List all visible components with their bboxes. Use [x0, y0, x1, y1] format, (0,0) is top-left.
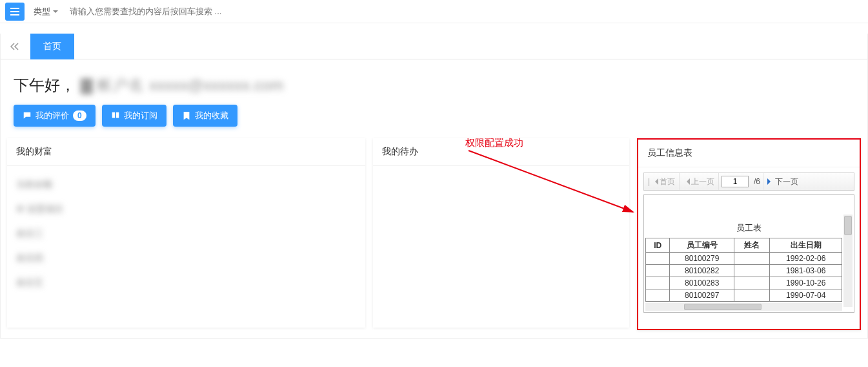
table-cell: 1990-07-04 [770, 289, 842, 302]
type-dropdown[interactable]: 类型 [34, 6, 58, 17]
pager-page-input[interactable] [722, 176, 749, 187]
table-cell [645, 277, 669, 289]
triangle-left-icon [683, 178, 690, 185]
table-cell: 80100282 [670, 265, 734, 277]
first-icon [648, 177, 651, 186]
table-cell [734, 265, 769, 277]
table-row: 801002831990-10-26 [645, 277, 842, 289]
menu-toggle-button[interactable] [5, 3, 25, 21]
wealth-row: ⚙ 设置项目 [16, 197, 356, 222]
my-favorite-button[interactable]: 我的收藏 [173, 105, 237, 127]
table-header-cell: ID [645, 238, 669, 253]
greeting-account-label: 帐户名 [97, 75, 144, 96]
collapse-tabs-button[interactable] [6, 37, 24, 56]
pager-first-button[interactable]: 首页 [644, 173, 680, 190]
caret-down-icon [53, 10, 58, 16]
table-cell: 1992-02-06 [770, 253, 842, 265]
wealth-row: 条目四 [16, 246, 356, 271]
panel-todo: 我的待办 [373, 138, 629, 328]
pager-first-label: 首页 [660, 176, 675, 187]
panel-todo-title: 我的待办 [373, 138, 629, 166]
tab-home-label: 首页 [43, 41, 61, 52]
table-cell [645, 265, 669, 277]
table-header-cell: 姓名 [734, 238, 769, 253]
my-subscribe-button[interactable]: 我的订阅 [102, 105, 167, 127]
pager-next-label: 下一页 [775, 176, 798, 187]
employee-table-title: 员工表 [644, 199, 854, 238]
table-cell [645, 253, 669, 265]
table-cell: 80100279 [670, 253, 734, 265]
type-dropdown-label: 类型 [34, 6, 50, 17]
table-header-cell: 员工编号 [670, 238, 734, 253]
greeting: 下午好， ▇ 帐户名 xxxxx@xxxxxx.com [1, 68, 867, 100]
pager-prev-label: 上一页 [691, 176, 714, 187]
triangle-right-icon [767, 178, 774, 185]
horizontal-scrollbar[interactable] [645, 303, 842, 311]
pager-next-button[interactable]: 下一页 [763, 173, 802, 190]
table-row: 801002791992-02-06 [645, 253, 842, 265]
table-cell [734, 289, 769, 302]
table-cell: 1981-03-06 [770, 265, 842, 277]
panel-wealth: 我的财富 当前余额⚙ 设置项目条目三条目四条目五 [7, 138, 365, 328]
table-cell: 80100283 [670, 277, 734, 289]
search-input[interactable] [68, 6, 391, 17]
wealth-row: 条目三 [16, 222, 356, 246]
my-subscribe-label: 我的订阅 [124, 110, 157, 121]
table-cell: 1990-10-26 [770, 277, 842, 289]
table-cell [734, 277, 769, 289]
tab-home[interactable]: 首页 [30, 34, 74, 59]
bookmark-icon [182, 111, 191, 120]
wealth-row: 当前余额 [16, 173, 356, 197]
employee-table: ID员工编号姓名出生日期 801002791992-02-06801002821… [645, 238, 842, 302]
wealth-row: 条目五 [16, 271, 356, 295]
book-icon [111, 111, 120, 120]
greeting-masked: xxxxx@xxxxxx.com [149, 76, 283, 94]
panel-employee: 员工信息表 首页 上一页 /6 [637, 138, 861, 330]
my-review-label: 我的评价 [35, 110, 69, 121]
panel-wealth-title: 我的财富 [7, 138, 365, 166]
table-cell [645, 289, 669, 302]
vertical-scrollbar[interactable] [843, 215, 853, 307]
table-cell [734, 253, 769, 265]
my-favorite-label: 我的收藏 [195, 110, 228, 121]
employee-table-container: 员工表 ID员工编号姓名出生日期 801002791992-02-0680100… [643, 194, 854, 313]
my-review-button[interactable]: 我的评价 0 [14, 105, 96, 127]
pager-prev-button[interactable]: 上一页 [680, 173, 719, 190]
greeting-avatar: ▇ [81, 76, 92, 94]
pager-total: /6 [751, 173, 763, 190]
chat-icon [23, 111, 32, 120]
greeting-prefix: 下午好， [14, 75, 76, 96]
review-count-badge: 0 [73, 110, 86, 121]
table-header-cell: 出生日期 [770, 238, 842, 253]
triangle-left-icon [652, 178, 658, 185]
pager: 首页 上一页 /6 下一页 [643, 173, 854, 191]
table-cell: 80100297 [670, 289, 734, 302]
table-row: 801002971990-07-04 [645, 289, 842, 302]
table-row: 801002821981-03-06 [645, 265, 842, 277]
panel-employee-title: 员工信息表 [638, 140, 860, 167]
